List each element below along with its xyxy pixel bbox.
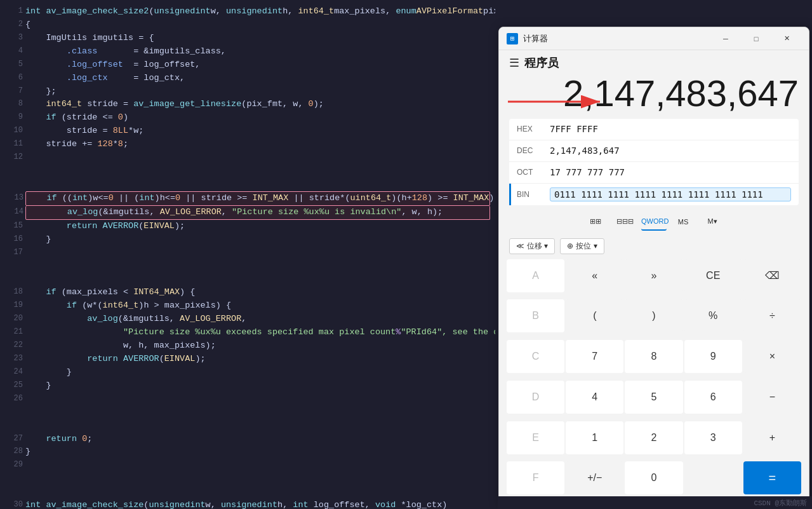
calculator-app-icon: ⊞ [507, 33, 518, 44]
hex-label: HEX [517, 125, 540, 133]
key-multiply[interactable]: × [743, 340, 801, 373]
key-empty [684, 461, 742, 494]
code-line-15: 15 return AVERROR(EINVAL); [25, 220, 490, 233]
bitwise-button[interactable]: ⊕ 按位 ▾ [560, 238, 604, 254]
code-line-1: 1 int av_image_check_size2(unsigned int … [25, 5, 490, 18]
key-3[interactable]: 3 [684, 421, 742, 454]
code-line-25: 25 } [25, 379, 490, 393]
bin-label: BIN [517, 190, 540, 199]
key-F[interactable]: F [507, 461, 564, 494]
number-bases-display: HEX 7FFF FFFF DEC 2,147,483,647 OCT 17 7… [509, 119, 799, 205]
code-line-17: 17 [25, 247, 490, 287]
bit-grid-btn[interactable]: ⊞⊞ [583, 213, 608, 231]
hex-row: HEX 7FFF FFFF [509, 119, 799, 140]
key-closeparen[interactable]: ) [625, 299, 682, 332]
key-openparen[interactable]: ( [566, 299, 623, 332]
code-editor: 1 int av_image_check_size2(unsigned int … [0, 0, 495, 509]
restore-button[interactable]: □ [742, 29, 771, 49]
calculator-header: ☰ 程序员 [499, 50, 809, 73]
code-line-22: 22 w, h, max_pixels); [25, 339, 490, 353]
oct-label: OCT [517, 168, 540, 177]
code-line-2: 2 { [25, 18, 490, 32]
bin-row: BIN 0111 1111 1111 1111 1111 1111 1111 1… [509, 184, 799, 205]
key-plus[interactable]: + [743, 421, 801, 454]
key-rightshift[interactable]: » [625, 259, 682, 292]
csdn-text: CSDN @东勤朗斯 [754, 498, 807, 508]
key-4[interactable]: 4 [566, 381, 623, 414]
code-line-10: 10 stride = 8LL*w; [25, 125, 490, 138]
code-line-13: 13 if ((int)w<=0 || (int)h<=0 || stride … [25, 191, 490, 206]
code-line-20: 20 av_log(&imgutils, AV_LOG_ERROR, [25, 313, 490, 326]
key-equals[interactable]: = [743, 461, 801, 494]
key-C[interactable]: C [507, 340, 564, 373]
bitwise-icon: ⊕ [567, 241, 573, 250]
code-line-6: 6 .log_ctx = log_ctx, [25, 72, 490, 85]
keypad: A « » CE ⌫ B ( ) % ÷ C 7 8 9 × D 4 5 6 −… [499, 257, 809, 506]
key-percent[interactable]: % [684, 299, 742, 332]
key-negate[interactable]: +/− [566, 461, 623, 494]
code-line-18: 18 if (max_pixels < INT64_MAX) { [25, 286, 490, 299]
code-line-12: 12 [25, 151, 490, 191]
code-line-7: 7 }; [25, 85, 490, 98]
code-line-24: 24 } [25, 366, 490, 379]
key-E[interactable]: E [507, 421, 564, 454]
code-line-14: 14 av_log(&imgutils, AV_LOG_ERROR, "Pict… [25, 206, 490, 220]
key-CE[interactable]: CE [684, 259, 742, 292]
code-line-29: 29 [25, 459, 490, 499]
key-1[interactable]: 1 [566, 421, 623, 454]
code-line-28: 28 } [25, 445, 490, 459]
calculator-display: 2,147,483,647 [499, 73, 809, 116]
code-line-4: 4 .class = &imgutils_class, [25, 45, 490, 58]
key-leftshift[interactable]: « [566, 259, 623, 292]
code-line-5: 5 .log_offset = log_offset, [25, 58, 490, 72]
byte-btn[interactable]: ⊟⊟⊟ [612, 213, 637, 231]
ms-btn[interactable]: MS [670, 213, 696, 231]
hex-value: 7FFF FFFF [550, 124, 791, 134]
bitshift-label: 位移 ▾ [527, 241, 548, 252]
bitshift-icon: ≪ [516, 241, 524, 250]
oct-value: 17 777 777 777 [550, 167, 791, 177]
shift-bitops-row: ≪ 位移 ▾ ⊕ 按位 ▾ [499, 236, 809, 257]
key-backspace[interactable]: ⌫ [743, 259, 801, 292]
key-D[interactable]: D [507, 381, 564, 414]
calculator-mode: 程序员 [524, 55, 559, 71]
code-line-27: 27 return 0; [25, 433, 490, 446]
code-line-30: 30 int av_image_check_size(unsigned int … [25, 499, 490, 509]
key-minus[interactable]: − [743, 381, 801, 414]
key-divide[interactable]: ÷ [743, 299, 801, 332]
bit-type-row: ⊞⊞ ⊟⊟⊟ QWORD MS M▾ [499, 208, 809, 236]
calculator-window: ⊞ 计算器 ─ □ ✕ ☰ 程序员 2,147,483,647 HEX 7FFF… [498, 27, 809, 506]
key-8[interactable]: 8 [625, 340, 682, 373]
key-7[interactable]: 7 [566, 340, 623, 373]
code-line-11: 11 stride += 128*8; [25, 138, 490, 151]
menu-icon[interactable]: ☰ [509, 56, 519, 70]
code-line-8: 8 int64_t stride = av_image_get_linesize… [25, 98, 490, 111]
key-9[interactable]: 9 [684, 340, 742, 373]
code-line-9: 9 if (stride <= 0) [25, 111, 490, 125]
csdn-watermark: CSDN @东勤朗斯 [498, 496, 812, 509]
bitwise-label: 按位 ▾ [576, 241, 597, 252]
code-line-26: 26 [25, 393, 490, 433]
dec-value: 2,147,483,647 [550, 146, 791, 156]
code-line-16: 16 } [25, 233, 490, 247]
key-5[interactable]: 5 [625, 381, 682, 414]
window-controls: ─ □ ✕ [711, 29, 801, 49]
oct-row: OCT 17 777 777 777 [509, 162, 799, 184]
key-0[interactable]: 0 [625, 461, 682, 494]
minimize-button[interactable]: ─ [711, 29, 740, 49]
qword-btn[interactable]: QWORD [641, 213, 667, 231]
code-line-3: 3 ImgUtils imgutils = { [25, 32, 490, 45]
bin-value: 0111 1111 1111 1111 1111 1111 1111 1111 [550, 187, 791, 201]
key-6[interactable]: 6 [684, 381, 742, 414]
key-2[interactable]: 2 [625, 421, 682, 454]
bitshift-button[interactable]: ≪ 位移 ▾ [509, 238, 555, 254]
code-line-19: 19 if (w*(int64_t)h > max_pixels) { [25, 299, 490, 313]
key-A[interactable]: A [507, 259, 564, 292]
calculator-titlebar: ⊞ 计算器 ─ □ ✕ [499, 27, 809, 50]
code-line-21: 21 "Picture size %ux%u exceeds specified… [25, 326, 490, 339]
key-B[interactable]: B [507, 299, 564, 332]
mv-btn[interactable]: M▾ [700, 213, 725, 231]
calculator-title: 计算器 [523, 33, 706, 44]
close-button[interactable]: ✕ [772, 29, 801, 49]
main-display-value: 2,147,483,647 [509, 73, 799, 114]
